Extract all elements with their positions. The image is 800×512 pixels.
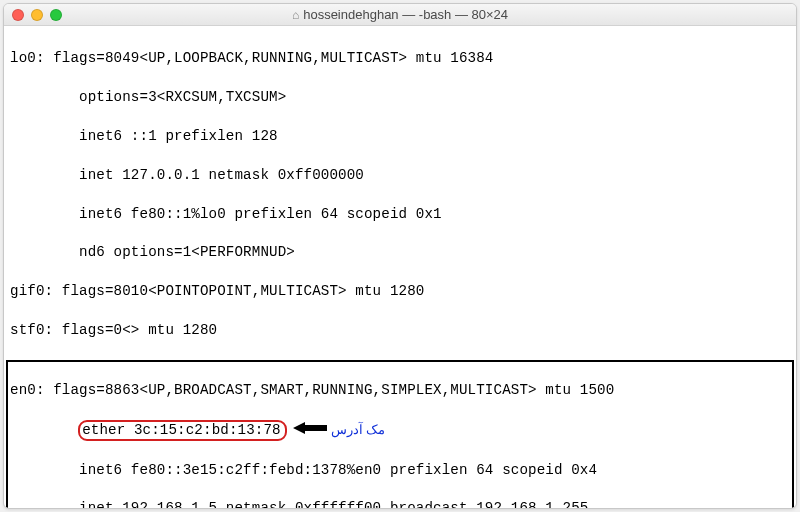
traffic-lights <box>4 9 62 21</box>
title-text: hosseindehghan — -bash — 80×24 <box>303 7 508 22</box>
lo0-nd6: nd6 options=1<PERFORMNUD> <box>10 243 790 262</box>
minimize-icon[interactable] <box>31 9 43 21</box>
mac-address-highlight: ether 3c:15:c2:bd:13:78 <box>78 420 287 441</box>
en0-flags: en0: flags=8863<UP,BROADCAST,SMART,RUNNI… <box>10 381 790 400</box>
terminal-content[interactable]: lo0: flags=8049<UP,LOOPBACK,RUNNING,MULT… <box>4 26 796 509</box>
arrow-icon <box>293 421 327 440</box>
gif0-flags: gif0: flags=8010<POINTOPOINT,MULTICAST> … <box>10 282 790 301</box>
en0-highlight-box: en0: flags=8863<UP,BROADCAST,SMART,RUNNI… <box>6 360 794 509</box>
home-icon: ⌂ <box>292 8 299 22</box>
titlebar[interactable]: ⌂hosseindehghan — -bash — 80×24 <box>4 4 796 26</box>
lo0-flags: lo0: flags=8049<UP,LOOPBACK,RUNNING,MULT… <box>10 49 790 68</box>
lo0-options: options=3<RXCSUM,TXCSUM> <box>10 88 790 107</box>
en0-ether-prefix <box>10 422 78 438</box>
maximize-icon[interactable] <box>50 9 62 21</box>
close-icon[interactable] <box>12 9 24 21</box>
en0-inet: inet 192.168.1.5 netmask 0xffffff00 broa… <box>10 499 790 509</box>
terminal-window: ⌂hosseindehghan — -bash — 80×24 lo0: fla… <box>3 3 797 509</box>
svg-marker-0 <box>293 422 327 434</box>
lo0-inet: inet 127.0.0.1 netmask 0xff000000 <box>10 166 790 185</box>
en0-inet6: inet6 fe80::3e15:c2ff:febd:1378%en0 pref… <box>10 461 790 480</box>
mac-address-label: مک آدرس <box>331 422 386 437</box>
stf0-flags: stf0: flags=0<> mtu 1280 <box>10 321 790 340</box>
window-title: ⌂hosseindehghan — -bash — 80×24 <box>4 7 796 22</box>
en0-ether-line: ether 3c:15:c2:bd:13:78مک آدرس <box>10 420 790 441</box>
lo0-inet6-a: inet6 ::1 prefixlen 128 <box>10 127 790 146</box>
lo0-inet6-b: inet6 fe80::1%lo0 prefixlen 64 scopeid 0… <box>10 205 790 224</box>
